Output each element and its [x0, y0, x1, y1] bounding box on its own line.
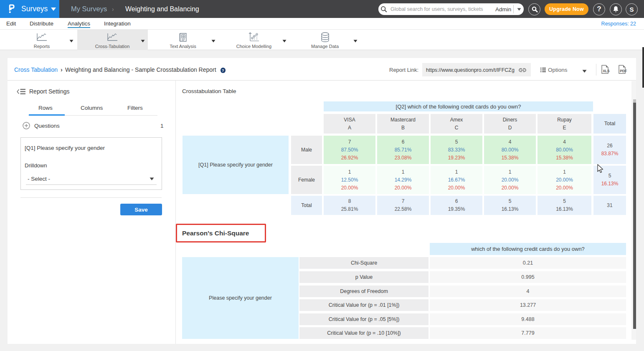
svg-text:XLS: XLS	[603, 69, 610, 73]
svg-text:PDF: PDF	[620, 69, 627, 73]
